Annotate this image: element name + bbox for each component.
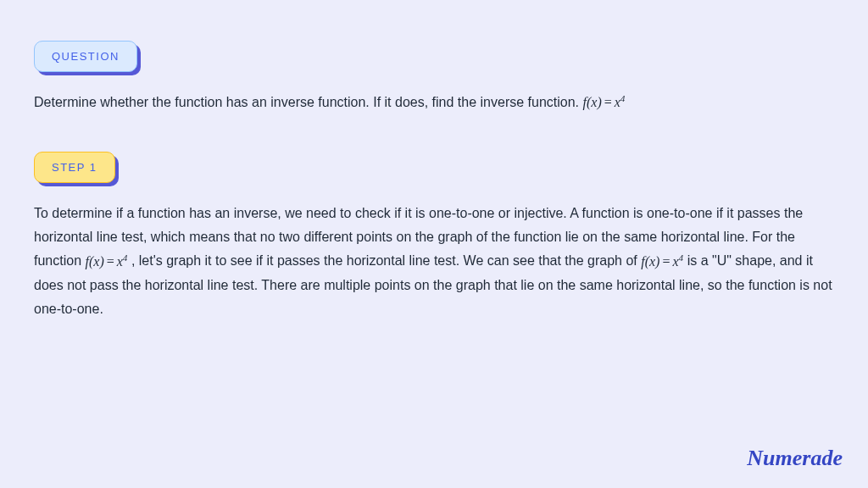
step-math2: f(x)=x4 (641, 254, 683, 269)
step-badge: STEP 1 (34, 152, 115, 183)
step-text: To determine if a function has an invers… (34, 202, 834, 320)
question-badge: QUESTION (34, 41, 137, 72)
step-part2: , let's graph it to see if it passes the… (131, 254, 641, 269)
brand-logo: Numerade (747, 446, 843, 471)
question-math: f(x)=x4 (582, 95, 625, 109)
question-prompt: Determine whether the function has an in… (34, 95, 582, 109)
step-math1: f(x)=x4 (85, 254, 127, 269)
question-text: Determine whether the function has an in… (34, 91, 834, 114)
